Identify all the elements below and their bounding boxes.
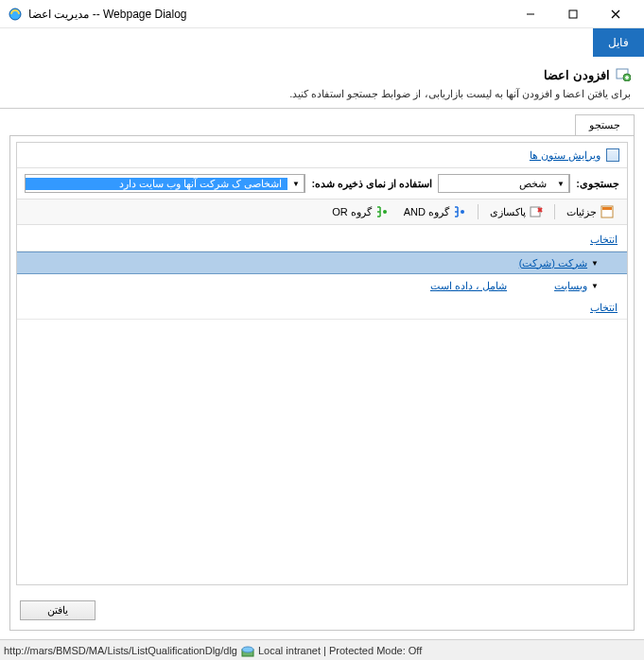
status-url: http://mars/BMSD/MA/Lists/ListQualificat…	[4, 645, 237, 656]
svg-rect-2	[569, 10, 577, 18]
window-titlebar: مدیریت اعضا -- Webpage Dialog	[0, 0, 644, 28]
group-and-button[interactable]: گروه AND	[398, 203, 472, 220]
zone-icon	[241, 644, 254, 657]
field-row: ▼ وبسایت شامل ، داده است	[17, 274, 627, 297]
add-members-icon	[616, 66, 631, 84]
entity-link[interactable]: شرکت (شرکت)	[519, 257, 587, 269]
menubar: فایل	[0, 28, 644, 57]
close-button[interactable]	[594, 1, 636, 27]
svg-point-17	[242, 647, 253, 652]
tab-row: جستجو	[0, 109, 644, 135]
ie-icon	[8, 7, 23, 22]
group-or-button[interactable]: گروه OR	[326, 203, 394, 220]
page-description: برای یافتن اعضا و افزودن آنها به لیست با…	[13, 88, 631, 100]
select-link[interactable]: انتخاب	[590, 234, 618, 246]
clear-icon	[530, 205, 543, 218]
chevron-down-icon[interactable]: ▼	[287, 175, 305, 192]
separator	[554, 204, 555, 219]
svg-point-14	[461, 210, 464, 214]
find-button[interactable]: یافتن	[20, 600, 96, 620]
separator	[478, 204, 479, 219]
menu-file[interactable]: فایل	[593, 28, 644, 57]
saved-view-label: استفاده از نمای ذخیره شده:	[311, 178, 432, 190]
group-and-icon	[453, 205, 466, 218]
header: افزودن اعضا برای یافتن اعضا و افزودن آنه…	[0, 57, 644, 109]
footer-buttons: یافتن	[10, 591, 634, 630]
svg-point-15	[383, 210, 387, 214]
entity-row[interactable]: ▼ شرکت (شرکت)	[17, 252, 627, 274]
minimize-button[interactable]	[509, 1, 551, 27]
search-for-select[interactable]: ▼ شخص	[438, 174, 570, 193]
operator-link[interactable]: شامل ، داده است	[430, 280, 507, 292]
edit-columns-link[interactable]: ویرایش ستون ها	[530, 149, 600, 162]
criteria-area: انتخاب ▼ شرکت (شرکت) ▼ وبسایت شامل ، داد…	[17, 225, 627, 584]
status-zone: Local intranet | Protected Mode: Off	[258, 645, 422, 656]
details-button[interactable]: جزئیات	[561, 203, 619, 220]
field-link[interactable]: وبسایت	[554, 280, 587, 292]
details-icon	[600, 205, 614, 218]
tab-search[interactable]: جستجو	[575, 114, 635, 135]
svg-rect-10	[602, 207, 612, 210]
clear-button[interactable]: پاکسازی	[484, 203, 548, 220]
saved-view-value: اشخاصی ک شرکت آنها وب سایت دارد	[26, 178, 287, 190]
saved-view-select[interactable]: ▼ اشخاصی ک شرکت آنها وب سایت دارد	[25, 174, 305, 193]
group-or-icon	[375, 205, 389, 218]
maximize-button[interactable]	[551, 1, 594, 27]
search-for-value: شخص	[513, 178, 552, 190]
chevron-down-icon[interactable]: ▼	[552, 175, 569, 192]
content-panel: ویرایش ستون ها جستجوی: ▼ شخص استفاده از …	[9, 135, 635, 631]
search-for-label: جستجوی:	[576, 178, 619, 190]
select-link[interactable]: انتخاب	[590, 302, 618, 314]
chevron-down-icon: ▼	[591, 259, 599, 268]
status-bar: http://mars/BMSD/MA/Lists/ListQualificat…	[0, 639, 644, 660]
chevron-down-icon: ▼	[591, 282, 599, 290]
page-title: افزودن اعضا	[544, 68, 610, 82]
grid-icon	[606, 148, 619, 162]
window-title: مدیریت اعضا -- Webpage Dialog	[28, 8, 187, 21]
criteria-toolbar: جزئیات پاکسازی گروه AND گروه OR	[17, 200, 627, 225]
